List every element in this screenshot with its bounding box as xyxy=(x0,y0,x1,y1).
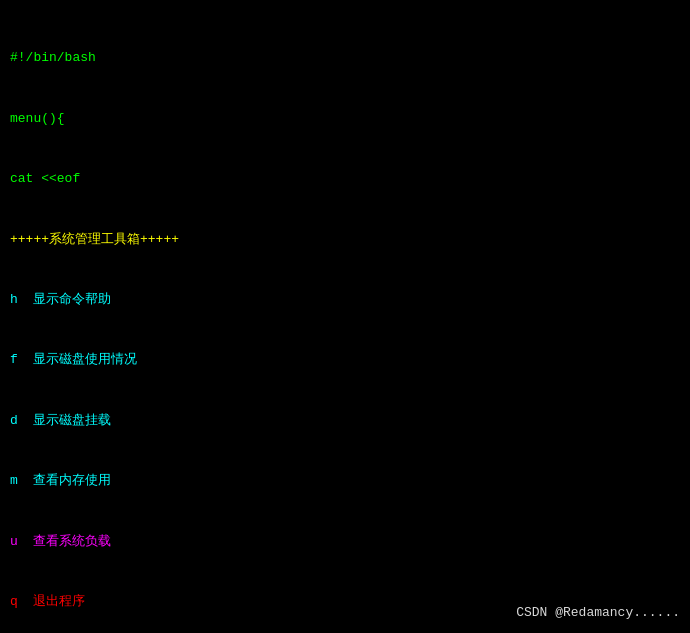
line-7: d 显示磁盘挂载 xyxy=(10,411,680,431)
watermark-text: CSDN @Redamancy...... xyxy=(516,603,680,623)
line-6: f 显示磁盘使用情况 xyxy=(10,350,680,370)
code-editor: #!/bin/bash menu(){ cat <<eof +++++系统管理工… xyxy=(0,0,690,633)
line-9: u 查看系统负载 xyxy=(10,532,680,552)
line-3: cat <<eof xyxy=(10,169,680,189)
line-5: h 显示命令帮助 xyxy=(10,290,680,310)
line-2: menu(){ xyxy=(10,109,680,129)
line-1: #!/bin/bash xyxy=(10,48,680,68)
line-8: m 查看内存使用 xyxy=(10,471,680,491)
line-4: +++++系统管理工具箱+++++ xyxy=(10,230,680,250)
